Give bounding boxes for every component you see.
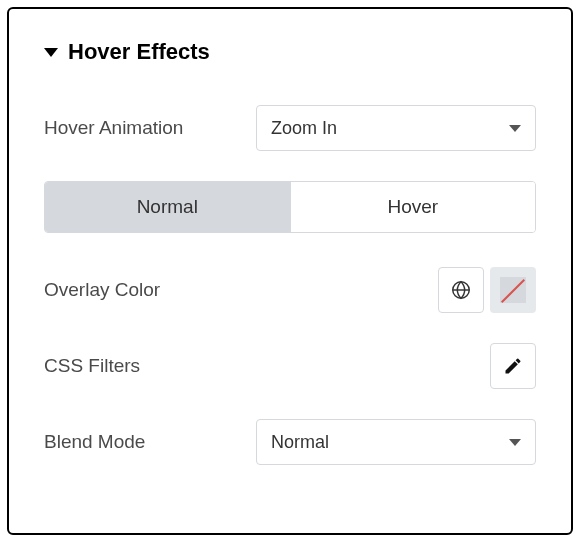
hover-animation-select[interactable]: Zoom In (256, 105, 536, 151)
section-title: Hover Effects (68, 39, 210, 65)
tab-normal[interactable]: Normal (45, 182, 290, 232)
hover-effects-panel: Hover Effects Hover Animation Zoom In No… (7, 7, 573, 535)
caret-down-icon (44, 48, 58, 57)
no-color-icon (500, 277, 526, 303)
overlay-color-controls (438, 267, 536, 313)
overlay-color-row: Overlay Color (44, 267, 536, 313)
blend-mode-select[interactable]: Normal (256, 419, 536, 465)
hover-animation-label: Hover Animation (44, 117, 183, 139)
chevron-down-icon (509, 439, 521, 446)
hover-animation-row: Hover Animation Zoom In (44, 105, 536, 151)
section-toggle[interactable]: Hover Effects (44, 39, 536, 65)
chevron-down-icon (509, 125, 521, 132)
blend-mode-value: Normal (271, 432, 329, 453)
tab-hover[interactable]: Hover (290, 182, 536, 232)
overlay-color-label: Overlay Color (44, 279, 160, 301)
hover-animation-value: Zoom In (271, 118, 337, 139)
tab-hover-label: Hover (387, 196, 438, 218)
blend-mode-row: Blend Mode Normal (44, 419, 536, 465)
color-swatch-button[interactable] (490, 267, 536, 313)
css-filters-edit-button[interactable] (490, 343, 536, 389)
globe-icon (450, 279, 472, 301)
state-tabs: Normal Hover (44, 181, 536, 233)
tab-normal-label: Normal (137, 196, 198, 218)
css-filters-label: CSS Filters (44, 355, 140, 377)
global-color-button[interactable] (438, 267, 484, 313)
blend-mode-label: Blend Mode (44, 431, 145, 453)
css-filters-row: CSS Filters (44, 343, 536, 389)
pencil-icon (503, 356, 523, 376)
